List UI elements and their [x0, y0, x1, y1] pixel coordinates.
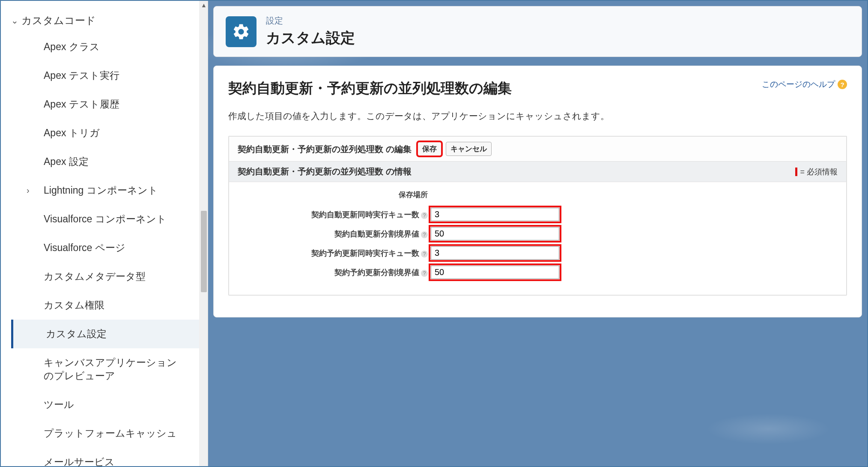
scroll-up-icon[interactable]: ▲ [201, 2, 207, 9]
help-icon: ? [838, 80, 847, 89]
sidebar-scrollbar[interactable]: ▲ [199, 1, 208, 466]
nav-item-custom-permissions[interactable]: カスタム権限 [44, 291, 208, 320]
help-link-label: このページのヘルプ [762, 79, 835, 90]
boundary-auto-input[interactable] [431, 227, 559, 240]
form-header: 契約自動更新・予約更新の並列処理数 の編集 保存 キャンセル [229, 137, 846, 162]
nav-item-label: Lightning コンポーネント [44, 184, 158, 197]
queue-count-auto-input[interactable] [431, 208, 559, 221]
content-card: 契約自動更新・予約更新の並列処理数の編集 このページのヘルプ ? 作成した項目の… [213, 66, 862, 317]
chevron-down-icon: ⌄ [11, 15, 21, 26]
nav-item-tools[interactable]: ツール [44, 390, 208, 419]
page-description: 作成した項目の値を入力します。このデータは、アプリケーションにキャッシュされます… [228, 110, 847, 122]
nav-item-lightning-components[interactable]: › Lightning コンポーネント [27, 176, 208, 205]
nav-item-vf-pages[interactable]: Visualforce ページ [44, 234, 208, 262]
help-tooltip-icon[interactable]: ? [421, 251, 428, 257]
save-button[interactable]: 保存 [418, 142, 441, 156]
nav-item-apex-trigger[interactable]: Apex トリガ [44, 119, 208, 147]
required-note: = 必須情報 [795, 167, 838, 177]
nav-item-apex-test-history[interactable]: Apex テスト履歴 [44, 90, 208, 119]
nav-item-platform-cache[interactable]: プラットフォームキャッシュ [44, 419, 208, 448]
nav-item-email-service[interactable]: メールサービス [44, 448, 208, 466]
page-title: 契約自動更新・予約更新の並列処理数の編集 [228, 79, 512, 98]
cancel-button[interactable]: キャンセル [446, 142, 492, 156]
nav-item-vf-components[interactable]: Visualforce コンポーネント [44, 205, 208, 234]
nav-item-custom-metadata[interactable]: カスタムメタデータ型 [44, 262, 208, 291]
section-bar: 契約自動更新・予約更新の並列処理数 の情報 = 必須情報 [229, 162, 846, 182]
section-title: 契約自動更新・予約更新の並列処理数 の情報 [238, 166, 412, 177]
help-tooltip-icon[interactable]: ? [421, 270, 428, 277]
chevron-right-icon: › [27, 186, 44, 195]
help-tooltip-icon[interactable]: ? [421, 231, 428, 238]
field-label-2: 契約予約更新同時実行キュー数? [238, 248, 430, 258]
gear-icon [226, 16, 257, 47]
nav-item-apex-settings[interactable]: Apex 設定 [44, 147, 208, 176]
header-subtitle: 設定 [266, 15, 355, 27]
nav-item-custom-settings[interactable]: カスタム設定 [11, 320, 199, 348]
nav-item-apex-class[interactable]: Apex クラス [44, 33, 208, 61]
nav-group-label: カスタムコード [21, 14, 96, 27]
location-header-label: 保存場所 [238, 190, 430, 202]
required-indicator-icon [795, 168, 797, 176]
field-label-0: 契約自動更新同時実行キュー数? [238, 210, 430, 220]
field-label-1: 契約自動更新分割境界値? [238, 229, 430, 239]
nav-item-apex-test-run[interactable]: Apex テスト実行 [44, 61, 208, 90]
page-header: 設定 カスタム設定 [213, 6, 862, 57]
form-box: 契約自動更新・予約更新の並列処理数 の編集 保存 キャンセル 契約自動更新・予約… [228, 136, 847, 296]
nav-group-custom-code[interactable]: ⌄ カスタムコード [11, 9, 208, 33]
nav-item-canvas-previewer[interactable]: キャンバスアプリケーションのプレビューア [44, 348, 208, 390]
scroll-thumb[interactable] [201, 211, 207, 292]
field-label-3: 契約予約更新分割境界値? [238, 267, 430, 278]
queue-count-reserve-input[interactable] [431, 246, 559, 260]
required-label: = 必須情報 [800, 167, 838, 177]
sidebar: ⌄ カスタムコード Apex クラス Apex テスト実行 Apex テスト履歴… [1, 1, 208, 466]
boundary-reserve-input[interactable] [431, 266, 559, 279]
main-content: 設定 カスタム設定 契約自動更新・予約更新の並列処理数の編集 このページのヘルプ… [208, 1, 867, 466]
help-link[interactable]: このページのヘルプ ? [762, 79, 847, 90]
form-header-title: 契約自動更新・予約更新の並列処理数 の編集 [238, 143, 418, 155]
header-title: カスタム設定 [266, 28, 355, 48]
help-tooltip-icon[interactable]: ? [421, 212, 428, 219]
